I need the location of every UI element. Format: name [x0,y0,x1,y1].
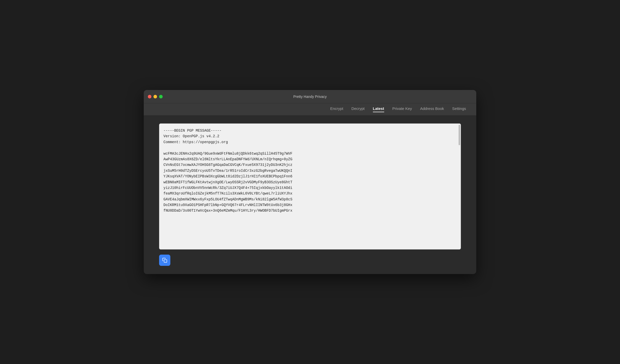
message-area: -----BEGIN PGP MESSAGE----- Version: Ope… [159,123,461,249]
nav-address-book[interactable]: Address Book [420,106,444,112]
nav-decrypt[interactable]: Decrypt [351,106,365,112]
content-area: -----BEGIN PGP MESSAGE----- Version: Ope… [144,115,476,274]
nav-settings[interactable]: Settings [452,106,466,112]
scrollbar-track [459,125,460,248]
maximize-button[interactable] [159,95,163,98]
app-window: Pretty Handy Privacy Encrypt Decrypt Lat… [144,90,476,274]
close-button[interactable] [148,95,151,98]
navbar: Encrypt Decrypt Latest Private Key Addre… [144,103,476,115]
copy-button[interactable] [159,255,170,266]
copy-icon [162,258,167,263]
svg-rect-0 [164,260,167,263]
traffic-lights [148,95,163,98]
titlebar: Pretty Handy Privacy [144,90,476,103]
nav-encrypt[interactable]: Encrypt [330,106,343,112]
nav-latest[interactable]: Latest [373,106,384,112]
window-title: Pretty Handy Privacy [293,95,327,99]
scrollbar-thumb[interactable] [459,125,460,145]
minimize-button[interactable] [153,95,157,98]
action-bar [159,255,461,266]
nav-private-key[interactable]: Private Key [392,106,412,112]
pgp-message-text: -----BEGIN PGP MESSAGE----- Version: Ope… [163,128,457,214]
